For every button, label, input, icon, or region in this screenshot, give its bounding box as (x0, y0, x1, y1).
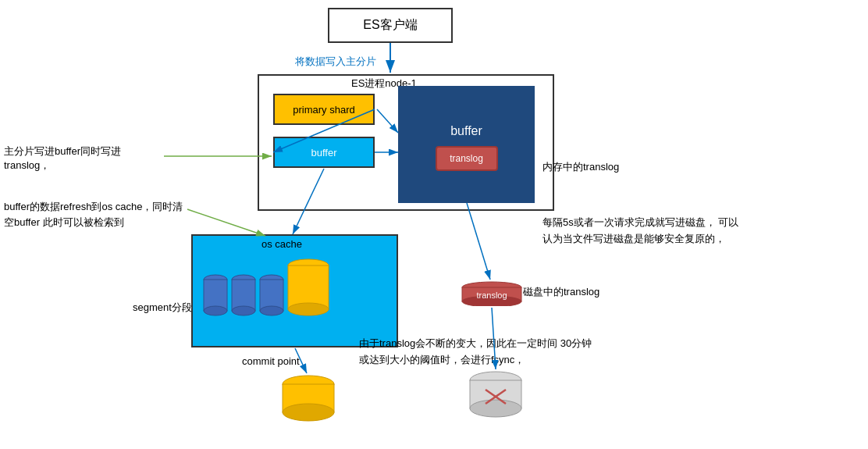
es-client-label: ES客户端 (363, 17, 417, 34)
translog-red-body: translog (436, 146, 498, 171)
label-mem-translog: 内存中的translog (542, 160, 619, 174)
svg-point-14 (283, 404, 334, 421)
seg-cyl-gold (287, 258, 330, 316)
label-5s: 每隔5s或者一次请求完成就写进磁盘， 可以认为当文件写进磁盘是能够安全复原的， (542, 215, 745, 248)
label-refresh: buffer的数据refresh到os cache，同时清空buffer 此时可… (4, 199, 191, 230)
segment-area (203, 258, 330, 316)
label-segment: segment分段 (133, 301, 192, 315)
label-write-primary: 将数据写入主分片 (295, 55, 376, 69)
buffer-inner-box: buffer (273, 137, 375, 168)
svg-point-21 (470, 400, 521, 417)
buffer-translog-box: buffer translog (398, 86, 535, 203)
svg-line-32 (187, 209, 265, 236)
translog-cylinder-mem: translog (436, 146, 498, 171)
svg-point-2 (204, 306, 227, 315)
label-fsync: 由于translog会不断的变大，因此在一定时间 30分钟或达到大小的阈值时，会… (359, 336, 593, 369)
svg-point-5 (232, 306, 255, 315)
svg-point-11 (288, 303, 329, 315)
seg-cyl-2 (231, 273, 256, 316)
seg-cyl-3 (259, 273, 284, 316)
es-client-box: ES客户端 (328, 8, 453, 43)
os-cache-label: os cache (261, 238, 302, 250)
disk-gold (281, 375, 336, 422)
label-commit: commit point (242, 355, 300, 367)
disk-gray (468, 371, 523, 418)
primary-shard-box: primary shard (273, 94, 375, 125)
label-write-buffer-translog: 主分片写进buffer同时写进translog， (4, 144, 160, 173)
svg-line-34 (467, 203, 490, 280)
translog-disk-cylinder: translog (461, 281, 523, 306)
translog-disk-area: translog (461, 281, 523, 306)
svg-point-8 (260, 306, 283, 315)
label-disk-translog: 磁盘中的translog (523, 285, 599, 299)
seg-cyl-1 (203, 273, 228, 316)
svg-text:translog: translog (476, 290, 507, 300)
buffer-right-label: buffer (450, 124, 482, 138)
